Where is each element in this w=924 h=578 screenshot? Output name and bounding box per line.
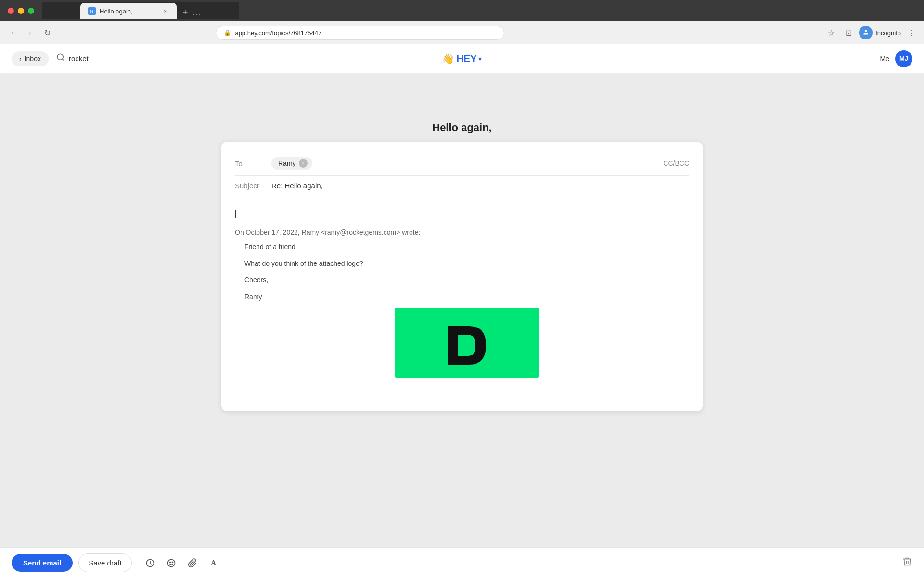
toolbar-icons: A	[141, 554, 222, 572]
active-tab[interactable]: H Hello again, ×	[80, 3, 177, 19]
tab-title: Hello again,	[100, 8, 133, 15]
schedule-send-icon[interactable]	[141, 554, 159, 572]
forward-button[interactable]: ›	[23, 26, 37, 39]
browser-chrome: H Hello again, × + ⋯ ‹ › ↻ 🔒 app.hey.com…	[0, 0, 924, 44]
subject-label: Subject	[235, 182, 264, 190]
extension-icon[interactable]: ⊡	[842, 26, 855, 39]
email-content-area: Hello again, To Ramy × CC/BCC Subject Re…	[0, 73, 924, 561]
remove-recipient-button[interactable]: ×	[299, 159, 308, 168]
bookmark-icon[interactable]: ☆	[824, 26, 838, 39]
app-header: ‹ Inbox rocket 👋 HEY ▾ Me MJ	[0, 44, 924, 73]
back-button[interactable]: ‹	[6, 26, 19, 39]
compose-toolbar: Send email Save draft A	[0, 547, 924, 578]
tab-more-button[interactable]: ⋯	[192, 9, 201, 19]
send-email-button[interactable]: Send email	[12, 554, 73, 572]
maximize-window-button[interactable]	[28, 8, 34, 14]
cc-bcc-button[interactable]: CC/BCC	[663, 159, 689, 167]
app-container: ‹ Inbox rocket 👋 HEY ▾ Me MJ Hello agai	[0, 44, 924, 561]
emoji-icon[interactable]	[163, 554, 180, 572]
logo-svg	[433, 316, 500, 374]
new-tab-button[interactable]: +	[179, 6, 192, 19]
hey-logo[interactable]: 👋 HEY ▾	[442, 53, 482, 65]
me-label: Me	[880, 55, 889, 63]
svg-point-4	[169, 562, 170, 563]
minimize-window-button[interactable]	[18, 8, 24, 14]
save-draft-button[interactable]: Save draft	[78, 553, 131, 572]
delete-draft-icon[interactable]	[902, 556, 912, 569]
window-controls	[8, 8, 34, 14]
lock-icon: 🔒	[224, 29, 231, 36]
compose-to-row: To Ramy × CC/BCC	[235, 151, 689, 176]
attachment-icon[interactable]	[184, 554, 201, 572]
quoted-text: On October 17, 2022, Ramy <ramy@rocketge…	[235, 227, 689, 378]
quoted-line3: Cheers,	[244, 275, 689, 285]
attached-image-preview	[395, 308, 539, 378]
tab-close-button[interactable]: ×	[161, 7, 169, 15]
tab-favicon: H	[88, 7, 96, 15]
quoted-line2: What do you think of the attached logo?	[244, 258, 689, 269]
svg-point-0	[57, 54, 63, 60]
compose-header: To Ramy × CC/BCC Subject Re: Hello again…	[221, 142, 703, 196]
recipient-name: Ramy	[278, 159, 296, 167]
address-field[interactable]: 🔒 app.hey.com/topics/768175447	[216, 26, 504, 40]
compose-body[interactable]: On October 17, 2022, Ramy <ramy@rocketge…	[221, 196, 703, 389]
incognito-avatar	[859, 26, 873, 39]
user-avatar[interactable]: MJ	[895, 50, 912, 67]
reply-area[interactable]	[235, 208, 689, 227]
incognito-label: Incognito	[875, 29, 901, 37]
close-window-button[interactable]	[8, 8, 14, 14]
svg-point-3	[167, 559, 175, 566]
svg-point-5	[172, 562, 173, 563]
email-title-bar: Hello again,	[0, 112, 924, 142]
hey-hand-icon: 👋	[442, 53, 454, 65]
header-right: Me MJ	[880, 50, 912, 67]
email-title: Hello again,	[0, 121, 924, 134]
compose-card: To Ramy × CC/BCC Subject Re: Hello again…	[221, 142, 703, 411]
search-text[interactable]: rocket	[69, 54, 89, 63]
text-cursor	[235, 210, 236, 218]
compose-subject-row: Subject Re: Hello again,	[235, 176, 689, 196]
address-bar: ‹ › ↻ 🔒 app.hey.com/topics/768175447 ☆ ⊡…	[0, 21, 924, 44]
subject-value[interactable]: Re: Hello again,	[271, 182, 323, 190]
hey-chevron-icon: ▾	[478, 55, 482, 63]
toolbar-right	[902, 556, 912, 569]
behind-card-spacer	[0, 73, 924, 112]
recipient-chip: Ramy ×	[271, 157, 312, 170]
back-chevron-icon: ‹	[19, 55, 22, 63]
profile-chip[interactable]: Incognito	[859, 26, 901, 39]
quoted-header: On October 17, 2022, Ramy <ramy@rocketge…	[235, 227, 689, 237]
hey-logo-text: HEY	[456, 53, 476, 65]
inbox-back-button[interactable]: ‹ Inbox	[12, 51, 49, 66]
search-area: rocket	[56, 53, 89, 64]
browser-titlebar: H Hello again, × + ⋯	[0, 0, 924, 21]
address-text: app.hey.com/topics/768175447	[235, 29, 496, 37]
refresh-button[interactable]: ↻	[40, 26, 54, 39]
quoted-line1: Friend of a friend	[244, 241, 689, 252]
text-format-icon[interactable]: A	[205, 554, 222, 572]
browser-menu-icon[interactable]: ⋮	[905, 26, 918, 39]
to-label: To	[235, 159, 264, 168]
inbox-label: Inbox	[25, 55, 41, 63]
svg-rect-1	[433, 316, 500, 374]
quoted-line4: Ramy	[244, 291, 689, 302]
tab-bar: H Hello again, × + ⋯	[42, 2, 239, 19]
quoted-block: Friend of a friend What do you think of …	[235, 241, 689, 378]
search-icon[interactable]	[56, 53, 65, 64]
address-actions: ☆ ⊡ Incognito ⋮	[824, 26, 918, 39]
